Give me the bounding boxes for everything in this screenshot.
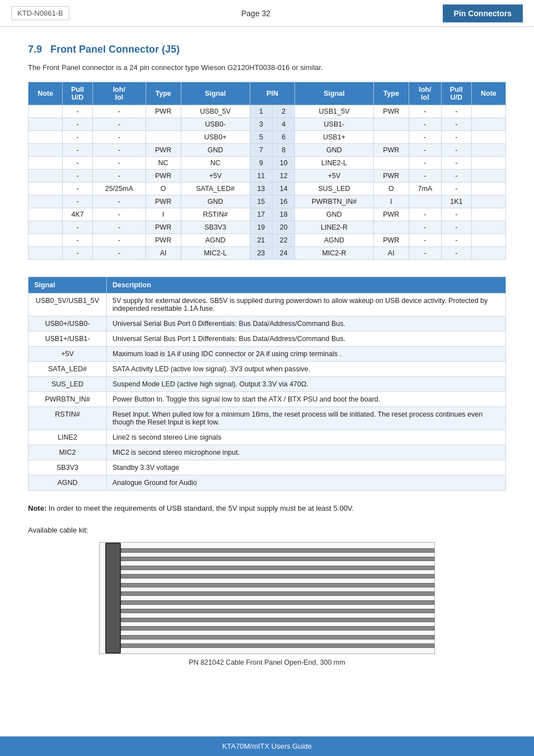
pull-l: - bbox=[63, 170, 93, 183]
signal-r: PWRBTN_IN# bbox=[295, 195, 373, 208]
ioh-r: - bbox=[409, 208, 441, 221]
pull-r: - bbox=[441, 247, 471, 260]
available-cable-label: Available cable kit: bbox=[28, 526, 506, 534]
pull-l: - bbox=[63, 195, 93, 208]
table-row: 4K7 - I RSTIN# 17 18 GND PWR - - bbox=[29, 208, 506, 221]
cable-kit-caption: PN 821042 Cable Front Panel Open-End, 30… bbox=[189, 659, 345, 666]
signal-r: LINE2-L bbox=[295, 157, 373, 170]
pull-l: - bbox=[63, 157, 93, 170]
col-note-l: Note bbox=[29, 82, 63, 105]
cable-line bbox=[121, 600, 434, 605]
signal-l: GND bbox=[181, 144, 250, 157]
list-item: SATA_LED# SATA Activity LED (active low … bbox=[29, 362, 506, 377]
signal-name: SB3V3 bbox=[29, 460, 107, 475]
signal-r: +5V bbox=[295, 170, 373, 183]
table-row: - - PWR +5V 11 12 +5V PWR - - bbox=[29, 170, 506, 183]
pull-l: - bbox=[63, 144, 93, 157]
pin-left: 21 bbox=[250, 234, 272, 247]
cable-kit-container: PN 821042 Cable Front Panel Open-End, 30… bbox=[28, 542, 506, 666]
pin-right: 20 bbox=[273, 221, 295, 234]
type-l: PWR bbox=[146, 170, 181, 183]
note-label: Note: bbox=[28, 504, 46, 512]
page-header: KTD-N0861-B Page 32 Pin Connectors bbox=[0, 0, 534, 27]
list-item: SB3V3 Standby 3.3V voltage bbox=[29, 460, 506, 475]
signal-r: USB1+ bbox=[295, 131, 373, 144]
pin-right: 16 bbox=[273, 195, 295, 208]
type-l: I bbox=[146, 208, 181, 221]
signal-description: Universal Serial Bus Port 0 Differential… bbox=[107, 316, 506, 332]
ioh-r: 7mA bbox=[409, 183, 441, 195]
pin-right: 8 bbox=[273, 144, 295, 157]
list-item: USB0_5V/USB1_5V 5V supply for external d… bbox=[29, 293, 506, 316]
signal-name: USB0+/USB0- bbox=[29, 316, 107, 332]
pull-l: - bbox=[63, 247, 93, 260]
ioh-l: - bbox=[93, 170, 146, 183]
pull-r: - bbox=[441, 105, 471, 118]
signal-l: USB0+ bbox=[181, 131, 250, 144]
type-r: PWR bbox=[373, 105, 409, 118]
ioh-r: - bbox=[409, 105, 441, 118]
col-pin: PIN bbox=[250, 82, 295, 105]
pin-left: 17 bbox=[250, 208, 272, 221]
cable-line bbox=[121, 583, 434, 587]
signal-name: AGND bbox=[29, 475, 107, 491]
type-l: PWR bbox=[146, 144, 181, 157]
type-l: PWR bbox=[146, 105, 181, 118]
note-l bbox=[29, 144, 63, 157]
signal-description: Universal Serial Bus Port 1 Differential… bbox=[107, 332, 506, 347]
col-pull-l: PullU/D bbox=[63, 82, 93, 105]
signal-name: MIC2 bbox=[29, 445, 107, 460]
note-l bbox=[29, 247, 63, 260]
note-l bbox=[29, 105, 63, 118]
type-r: AI bbox=[373, 247, 409, 260]
signal-description: SATA Activity LED (active low signal). 3… bbox=[107, 362, 506, 377]
col-ioh-r: Ioh/Iol bbox=[409, 82, 441, 105]
signal-l: USB0_5V bbox=[181, 105, 250, 118]
cable-line bbox=[121, 574, 434, 578]
ioh-l: - bbox=[93, 105, 146, 118]
table-row: - - USB0- 3 4 USB1- - - bbox=[29, 118, 506, 131]
list-item: PWRBTN_IN# Power Button In. Toggle this … bbox=[29, 392, 506, 407]
type-r: PWR bbox=[373, 170, 409, 183]
ioh-r: - bbox=[409, 170, 441, 183]
note-l bbox=[29, 131, 63, 144]
desc-col-signal: Signal bbox=[29, 277, 107, 293]
note-l bbox=[29, 118, 63, 131]
signal-description: 5V supply for external devices. SB5V is … bbox=[107, 293, 506, 316]
note-l bbox=[29, 183, 63, 195]
header-doc-id: KTD-N0861-B bbox=[11, 6, 69, 20]
note-r bbox=[471, 247, 505, 260]
type-r: PWR bbox=[373, 144, 409, 157]
type-l bbox=[146, 118, 181, 131]
table-row: - - PWR GND 15 16 PWRBTN_IN# I 1K1 bbox=[29, 195, 506, 208]
cable-line bbox=[121, 626, 434, 631]
note-r bbox=[471, 170, 505, 183]
cable-line bbox=[121, 635, 434, 640]
section-description: The Front Panel connector is a 24 pin co… bbox=[28, 63, 506, 72]
table-row: - - PWR SB3V3 19 20 LINE2-R - - bbox=[29, 221, 506, 234]
col-signal-l: Signal bbox=[181, 82, 250, 105]
list-item: AGND Analogue Ground for Audio bbox=[29, 475, 506, 491]
pin-left: 15 bbox=[250, 195, 272, 208]
note-content: In order to meet the requirements of USB… bbox=[49, 504, 354, 512]
section-title: 7.9 Front Panel Connector (J5) bbox=[28, 44, 506, 55]
type-l: NC bbox=[146, 157, 181, 170]
note-r bbox=[471, 208, 505, 221]
pin-left: 9 bbox=[250, 157, 272, 170]
signal-r: GND bbox=[295, 144, 373, 157]
pin-left: 5 bbox=[250, 131, 272, 144]
ioh-r: - bbox=[409, 144, 441, 157]
note-l bbox=[29, 221, 63, 234]
cable-connector-block bbox=[105, 543, 121, 654]
type-r: PWR bbox=[373, 208, 409, 221]
pull-r: - bbox=[441, 234, 471, 247]
list-item: +5V Maximum load is 1A if using IDC conn… bbox=[29, 347, 506, 362]
footer-text: KTA70M/mITX Users Guide bbox=[222, 742, 312, 750]
table-row: - - PWR GND 7 8 GND PWR - - bbox=[29, 144, 506, 157]
note-l bbox=[29, 170, 63, 183]
ioh-l: - bbox=[93, 118, 146, 131]
signal-l: SATA_LED# bbox=[181, 183, 250, 195]
note-r bbox=[471, 195, 505, 208]
table-row: - - PWR AGND 21 22 AGND PWR - - bbox=[29, 234, 506, 247]
col-ioh-l: Ioh/Iol bbox=[93, 82, 146, 105]
